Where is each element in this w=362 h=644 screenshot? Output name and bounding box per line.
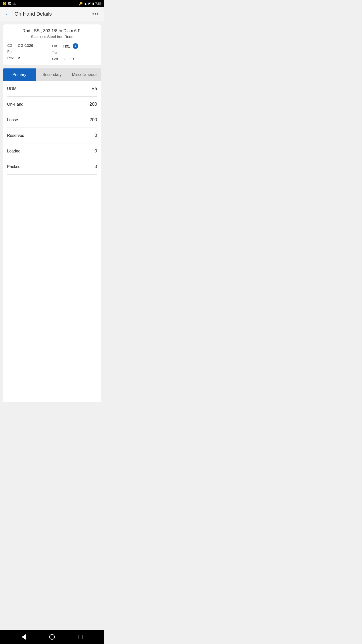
cat-icon: 🐱 [3, 2, 7, 6]
app-bar: ← On-Hand Details ••• [0, 7, 104, 21]
status-bar: 🐱 🖼 ⚠ 🔑 ▲ ◤ ▮ 7:58 [0, 0, 104, 7]
cg-label: CG [7, 44, 15, 48]
grd-field-row: Grd GOOD [52, 57, 97, 61]
status-bar-right: 🔑 ▲ ◤ ▮ 7:58 [79, 2, 102, 6]
grd-label: Grd [52, 57, 60, 61]
tabs-container: Primary Secondary Miscellaneous [3, 68, 101, 81]
onhand-row: On-Hand 200 [7, 97, 97, 112]
warning-icon: ⚠ [13, 2, 16, 6]
more-options-button[interactable]: ••• [91, 10, 100, 18]
battery-icon: ▮ [92, 2, 94, 6]
lot-info-icon[interactable]: i [73, 43, 78, 49]
tab-miscellaneous[interactable]: Miscellaneous [68, 68, 101, 81]
lot-value: Tt01 [63, 44, 70, 48]
lot-label: Lot [52, 44, 60, 48]
signal-icon: ◤ [88, 2, 91, 6]
lot-field-row: Lot Tt01 i [52, 43, 97, 49]
onhand-value: 200 [89, 102, 97, 107]
field-group-left: CG CG-1326 Prj Rev A [7, 43, 52, 61]
key-icon: 🔑 [79, 2, 83, 6]
field-group-right: Lot Tt01 i Tsk Grd GOOD [52, 43, 97, 61]
loose-label: Loose [7, 118, 18, 122]
onhand-label: On-Hand [7, 102, 23, 107]
packed-value: 0 [95, 164, 97, 169]
packed-label: Packed [7, 165, 20, 169]
status-bar-left: 🐱 🖼 ⚠ [3, 2, 16, 6]
cg-value: CG-1326 [18, 43, 33, 48]
loose-row: Loose 200 [7, 112, 97, 128]
tab-secondary[interactable]: Secondary [36, 68, 68, 81]
nav-home-button[interactable] [47, 632, 57, 642]
data-section: UOM Ea On-Hand 200 Loose 200 Reserved 0 … [3, 81, 101, 402]
uom-row: UOM Ea [7, 81, 97, 97]
content-spacer [0, 402, 104, 630]
tab-primary[interactable]: Primary [3, 68, 36, 81]
prj-label: Prj [7, 50, 15, 54]
nav-back-button[interactable] [20, 632, 28, 642]
uom-label: UOM [7, 87, 16, 91]
time-display: 7:58 [95, 2, 102, 6]
rev-value: A [18, 56, 20, 60]
app-bar-left: ← On-Hand Details [4, 10, 52, 18]
nav-bar [0, 630, 104, 644]
nav-recent-button[interactable] [76, 633, 84, 641]
loaded-label: Loaded [7, 149, 20, 153]
reserved-row: Reserved 0 [7, 128, 97, 143]
rev-field-row: Rev A [7, 56, 52, 60]
rev-label: Rev [7, 56, 15, 60]
nav-back-icon [22, 634, 26, 640]
back-button[interactable]: ← [4, 10, 12, 18]
product-name: Rod , SS , 303 1/8 In Dia x 6 Ft [7, 28, 97, 33]
loaded-value: 0 [95, 148, 97, 154]
image-icon: 🖼 [8, 2, 11, 6]
loaded-row: Loaded 0 [7, 143, 97, 159]
product-description: Stainless Steel Iron Rods [7, 34, 97, 39]
loose-value: 200 [89, 117, 97, 123]
tsk-field-row: Tsk [52, 51, 97, 55]
wifi-icon: ▲ [84, 2, 87, 6]
reserved-label: Reserved [7, 133, 24, 138]
product-fields: CG CG-1326 Prj Rev A Lot Tt01 i Tsk [7, 43, 97, 61]
tsk-label: Tsk [52, 51, 60, 55]
page-title: On-Hand Details [15, 11, 52, 17]
grd-value: GOOD [63, 57, 74, 61]
packed-row: Packed 0 [7, 159, 97, 175]
nav-home-icon [49, 634, 55, 640]
nav-square-icon [78, 635, 82, 639]
prj-field-row: Prj [7, 50, 52, 54]
reserved-value: 0 [95, 133, 97, 138]
product-card: Rod , SS , 303 1/8 In Dia x 6 Ft Stainle… [3, 24, 101, 65]
uom-value: Ea [92, 86, 97, 91]
cg-field-row: CG CG-1326 [7, 43, 52, 48]
